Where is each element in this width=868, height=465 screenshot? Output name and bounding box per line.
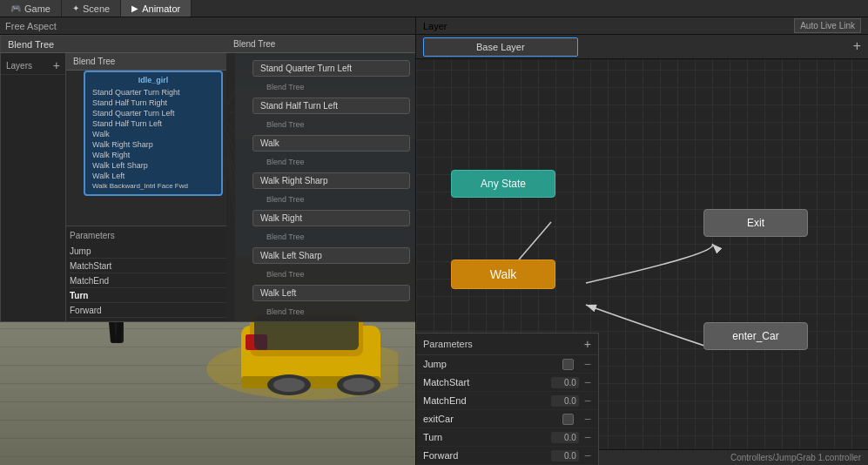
animator-param-name-matchstart: MatchStart	[423, 377, 551, 388]
animator-param-row-exitcar: exitCar −	[416, 410, 598, 428]
blend-tree-title: Blend Tree	[8, 39, 54, 50]
animator-icon: ▶	[131, 3, 138, 13]
main-container: Free Aspect	[0, 17, 868, 465]
blend-tree-params: Parameters + Jump − MatchStart 0.0	[66, 226, 234, 321]
animator-param-minus-forward[interactable]: −	[584, 449, 591, 462]
animator-params-header: Parameters +	[416, 334, 598, 355]
layer-add-button[interactable]: +	[853, 38, 861, 54]
animator-param-name-matchend: MatchEnd	[423, 395, 551, 406]
animator-param-name-turn: Turn	[423, 432, 551, 442]
animator-param-row-jump: Jump −	[416, 355, 598, 374]
animator-param-name-forward: Forward	[423, 450, 551, 461]
blend-node-item-8: Walk Left	[89, 171, 218, 181]
blend-right-node-2: Walk	[252, 135, 410, 152]
animator-param-row-forward: Forward 0.0 −	[416, 447, 598, 465]
animator-header-title: Layer	[423, 21, 447, 31]
aspect-label[interactable]: Free Aspect	[5, 21, 57, 31]
blend-right-sub-5: Blend Tree	[252, 269, 410, 280]
game-panel-title: Free Aspect	[5, 21, 57, 31]
animator-param-checkbox-exitcar[interactable]	[562, 414, 574, 425]
param-row-forward: Forward 0 −	[70, 303, 234, 318]
tab-scene[interactable]: ✦ Scene	[62, 0, 121, 17]
state-exit-label: Exit	[747, 217, 764, 229]
animator-params-add-btn[interactable]: +	[584, 337, 591, 351]
blend-node-item-5: Walk Right Sharp	[89, 139, 218, 150]
blend-node-item-3: Stand Half Turn Left	[89, 118, 218, 129]
blend-main-node[interactable]: Idle_girl Stand Quarter Turn Right Stand…	[84, 71, 223, 196]
blend-right-sub-1: Blend Tree	[252, 119, 410, 130]
state-any-label: Any State	[481, 178, 526, 190]
blend-right-node-6: Walk Left	[252, 285, 410, 301]
blend-right-sub-6: Blend Tree	[252, 307, 410, 317]
tab-game[interactable]: 🎮 Game	[0, 0, 62, 17]
param-name-forward: Forward	[70, 306, 234, 315]
blend-right-node-4: Walk Right	[252, 210, 410, 226]
state-walk-label: Walk	[490, 267, 517, 281]
layers-label: Layers	[6, 61, 32, 71]
animator-param-value-turn: 0.0	[551, 432, 579, 443]
game-panel: Free Aspect	[0, 17, 416, 465]
blend-node-item-6: Walk Right	[89, 150, 218, 160]
animator-param-minus-matchstart[interactable]: −	[584, 376, 591, 388]
animator-param-minus-matchend[interactable]: −	[584, 394, 591, 407]
status-bar: Controllers/JumpGrab 1.controller	[599, 449, 868, 465]
blend-right-nodes: Stand Quarter Turn Left Blend Tree Stand…	[226, 53, 415, 324]
animator-param-minus-jump[interactable]: −	[584, 358, 591, 370]
blend-tree-right-panel: Blend Tree Stand Quarter Turn Left Blend…	[226, 35, 415, 322]
blend-right-sub-4: Blend Tree	[252, 232, 410, 242]
blend-node-item-2: Stand Quarter Turn Left	[89, 108, 218, 118]
animator-params-title: Parameters	[423, 339, 473, 349]
blend-right-node-3: Walk Right Sharp	[252, 172, 410, 189]
blend-right-node-0: Stand Quarter Turn Left	[252, 60, 410, 77]
param-row-matchstart: MatchStart 0.0 −	[70, 259, 234, 273]
scene-icon: ✦	[72, 3, 79, 13]
animator-param-name-exitcar: exitCar	[423, 414, 562, 424]
param-row-jump: Jump −	[70, 244, 234, 259]
animator-param-value-matchend: 0.0	[551, 395, 579, 407]
param-row-matchend: MatchEnd 0.0 −	[70, 273, 234, 288]
state-any[interactable]: Any State	[451, 170, 555, 198]
animator-param-minus-exitcar[interactable]: −	[584, 413, 591, 425]
status-text: Controllers/JumpGrab 1.controller	[730, 453, 861, 462]
blend-right-sub-0: Blend Tree	[252, 82, 410, 92]
animator-panel: Layer Auto Live Link Base Layer +	[416, 17, 868, 465]
animator-grid[interactable]: Base Layer + An	[416, 35, 868, 465]
svg-point-8	[273, 378, 305, 392]
tab-animator[interactable]: ▶ Animator	[121, 0, 192, 17]
animator-param-row-matchend: MatchEnd 0.0 −	[416, 392, 598, 410]
blend-node-item-7: Walk Left Sharp	[89, 160, 218, 171]
base-layer-box: Base Layer	[423, 37, 578, 57]
blend-tree-title-bar: Blend Tree	[66, 53, 234, 71]
param-name-matchend: MatchEnd	[70, 276, 234, 286]
layers-header: Layers +	[1, 57, 65, 75]
auto-live-link-btn[interactable]: Auto Live Link	[794, 18, 861, 33]
blend-right-node-5: Walk Left Sharp	[252, 247, 410, 264]
game-viewport: Blend Tree Layers + Blend Tree	[0, 35, 415, 465]
blend-right-title: Blend Tree	[233, 39, 275, 49]
state-enter-car-label: enter_Car	[732, 330, 778, 342]
blend-nodes-area: Blend Tree Idle_girl Stand Quarter Turn …	[66, 53, 234, 321]
animator-param-row-matchstart: MatchStart 0.0 −	[416, 374, 598, 392]
game-icon: 🎮	[10, 3, 21, 13]
blend-node-item-1: Stand Half Turn Right	[89, 98, 218, 108]
state-exit[interactable]: Exit	[703, 209, 808, 237]
blend-right-sub-3: Blend Tree	[252, 194, 410, 205]
blend-node-item-4: Walk	[89, 129, 218, 139]
state-enter-car[interactable]: enter_Car	[703, 322, 808, 350]
layers-sidebar: Layers +	[1, 53, 66, 321]
blend-right-header: Blend Tree	[226, 36, 415, 53]
blend-right-sub-2: Blend Tree	[252, 157, 410, 167]
blend-tree-subtitle: Blend Tree	[73, 57, 115, 66]
animator-param-value-forward: 0.0	[551, 450, 579, 462]
animator-param-minus-turn[interactable]: −	[584, 431, 591, 443]
base-layer-label: Base Layer	[476, 42, 525, 52]
animator-param-name-jump: Jump	[423, 359, 562, 369]
blend-right-node-1: Stand Half Turn Left	[252, 98, 410, 114]
animator-param-checkbox-jump[interactable]	[562, 359, 574, 370]
param-name-matchstart: MatchStart	[70, 261, 234, 271]
param-name-jump: Jump	[70, 246, 234, 256]
state-walk[interactable]: Walk	[451, 259, 555, 289]
game-panel-header: Free Aspect	[0, 17, 415, 35]
blend-node-item-0: Stand Quarter Turn Right	[89, 87, 218, 98]
layers-add-button[interactable]: +	[53, 59, 60, 71]
